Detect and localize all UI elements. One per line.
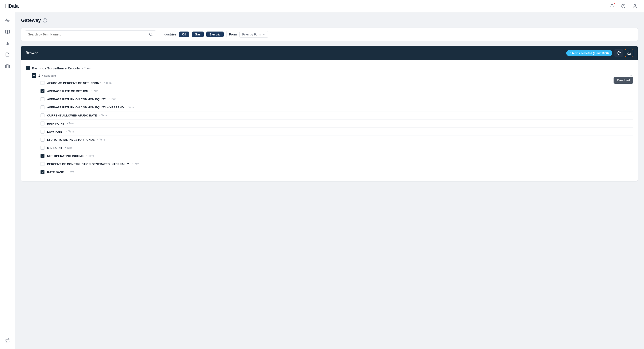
term-list: AFUDC AS PERCENT OF NET INCOME• TermAVER… bbox=[40, 79, 633, 176]
term-item: NET OPERATING INCOME• Term bbox=[40, 152, 633, 160]
filter-tag-gas[interactable]: Gas bbox=[192, 31, 204, 37]
term-checkbox-11[interactable] bbox=[40, 170, 44, 174]
term-checkbox-4[interactable] bbox=[40, 113, 44, 117]
form-label: Form bbox=[229, 33, 237, 36]
logo: HData bbox=[5, 3, 18, 9]
term-type: • Term bbox=[109, 98, 116, 101]
svg-point-8 bbox=[150, 33, 152, 35]
term-item: AVERAGE RETURN ON COMMON EQUITY – YEAREN… bbox=[40, 103, 633, 111]
browse-section: Browse 3 terms selected (Limit 1000) bbox=[21, 45, 638, 182]
term-type: • Term bbox=[66, 171, 74, 174]
term-checkbox-0[interactable] bbox=[40, 81, 44, 85]
filter-tag-electric[interactable]: Electric bbox=[206, 31, 224, 37]
term-checkbox-1[interactable] bbox=[40, 89, 44, 93]
term-type: • Term bbox=[91, 89, 98, 93]
term-name: PERCENT OF CONSTRUCTION GENERATED INTERN… bbox=[47, 162, 129, 166]
term-type: • Term bbox=[67, 122, 74, 125]
terms-selected-badge: 3 terms selected (Limit 1000) bbox=[566, 50, 612, 56]
sidebar-item-analytics[interactable] bbox=[3, 16, 12, 25]
term-name: CURRENT ALLOWED AFUDC RATE bbox=[47, 114, 97, 117]
term-type: • Term bbox=[132, 162, 139, 166]
search-wrapper bbox=[25, 30, 156, 38]
industries-label: Industries bbox=[162, 33, 176, 36]
form-collapse-button[interactable] bbox=[26, 66, 30, 70]
form-dropdown-text: Filter by Form bbox=[242, 33, 261, 36]
term-type: • Term bbox=[100, 114, 107, 117]
term-checkbox-8[interactable] bbox=[40, 146, 44, 150]
term-name: NET OPERATING INCOME bbox=[47, 154, 84, 158]
page-header: Gateway ? bbox=[21, 17, 638, 23]
svg-point-3 bbox=[634, 4, 636, 6]
sidebar-item-transfer[interactable] bbox=[3, 336, 12, 346]
term-type: • Term bbox=[126, 106, 134, 109]
form-filter-dropdown[interactable]: Filter by Form bbox=[240, 31, 268, 38]
sidebar-item-document[interactable] bbox=[3, 50, 12, 59]
svg-line-9 bbox=[152, 35, 152, 36]
schedule-collapse-button[interactable] bbox=[32, 73, 36, 78]
sidebar bbox=[0, 12, 15, 349]
sidebar-item-chart[interactable] bbox=[3, 38, 12, 48]
schedule-group: 1 • Schedule AFUDC AS PERCENT OF NET bbox=[32, 72, 633, 176]
browse-title: Browse bbox=[26, 51, 38, 55]
term-item: MID POINT• Term bbox=[40, 144, 633, 152]
term-name: AVERAGE RETURN ON COMMON EQUITY bbox=[47, 98, 106, 101]
svg-rect-7 bbox=[5, 65, 9, 68]
form-name: Earnings Surveillance Reports bbox=[32, 66, 80, 70]
term-item: RATE BASE• Term bbox=[40, 168, 633, 176]
schedule-chevron-icon[interactable] bbox=[629, 73, 633, 77]
download-button[interactable] bbox=[625, 49, 633, 57]
term-item: HIGH POINT• Term bbox=[40, 120, 633, 128]
help-icon[interactable]: ? bbox=[43, 18, 47, 22]
search-button[interactable] bbox=[149, 32, 153, 36]
term-type: • Term bbox=[86, 154, 94, 157]
term-item: AFUDC AS PERCENT OF NET INCOME• Term bbox=[40, 79, 633, 87]
term-item: AVERAGE RETURN ON COMMON EQUITY• Term bbox=[40, 95, 633, 103]
filter-divider-2 bbox=[226, 31, 226, 37]
term-checkbox-6[interactable] bbox=[40, 130, 44, 134]
term-checkbox-3[interactable] bbox=[40, 105, 44, 109]
schedule-type: • Schedule bbox=[42, 74, 56, 77]
form-group-header: Earnings Surveillance Reports • Form bbox=[26, 64, 633, 72]
term-name: LOW POINT bbox=[47, 130, 64, 133]
browse-content: Download Earnings Surveillance Reports •… bbox=[21, 60, 638, 181]
term-checkbox-7[interactable] bbox=[40, 138, 44, 142]
term-name: HIGH POINT bbox=[47, 122, 64, 125]
term-name: AVERAGE RETURN ON COMMON EQUITY – YEAREN… bbox=[47, 106, 124, 109]
sidebar-item-reports[interactable] bbox=[3, 27, 12, 37]
app-layout: Gateway ? Industries Oil Gas Electric Fo… bbox=[0, 12, 644, 349]
term-name: AVERAGE RATE OF RETURN bbox=[47, 89, 88, 93]
term-name: RATE BASE bbox=[47, 171, 64, 174]
notification-badge bbox=[613, 3, 616, 5]
form-type-badge: • Form bbox=[82, 66, 91, 70]
term-item: LTD TO TOTAL INVESTOR FUNDS• Term bbox=[40, 136, 633, 144]
term-checkbox-10[interactable] bbox=[40, 162, 44, 166]
schedule-header: 1 • Schedule bbox=[32, 72, 633, 79]
main-content: Gateway ? Industries Oil Gas Electric Fo… bbox=[15, 12, 644, 349]
user-avatar-button[interactable] bbox=[631, 2, 639, 10]
term-type: • Term bbox=[98, 138, 105, 141]
filter-divider bbox=[159, 31, 159, 37]
term-name: AFUDC AS PERCENT OF NET INCOME bbox=[47, 81, 102, 85]
term-item: CURRENT ALLOWED AFUDC RATE• Term bbox=[40, 111, 633, 120]
page-title: Gateway bbox=[21, 17, 41, 23]
search-input[interactable] bbox=[28, 33, 147, 36]
info-button[interactable] bbox=[620, 2, 627, 10]
schedule-number: 1 bbox=[38, 74, 40, 77]
term-name: MID POINT bbox=[47, 146, 62, 150]
refresh-button[interactable] bbox=[614, 49, 623, 57]
browse-actions: 3 terms selected (Limit 1000) bbox=[566, 49, 633, 57]
browse-header: Browse 3 terms selected (Limit 1000) bbox=[21, 46, 638, 60]
sidebar-item-briefcase[interactable] bbox=[3, 61, 12, 71]
term-checkbox-5[interactable] bbox=[40, 121, 44, 125]
top-nav: HData bbox=[0, 0, 644, 12]
term-checkbox-9[interactable] bbox=[40, 154, 44, 158]
filter-tag-oil[interactable]: Oil bbox=[179, 31, 189, 37]
search-filter-row: Industries Oil Gas Electric Form Filter … bbox=[21, 27, 638, 41]
term-checkbox-2[interactable] bbox=[40, 97, 44, 101]
notification-button[interactable] bbox=[608, 2, 616, 10]
term-type: • Term bbox=[65, 146, 72, 149]
term-item: LOW POINT• Term bbox=[40, 128, 633, 136]
term-type: • Term bbox=[66, 130, 74, 133]
term-name: LTD TO TOTAL INVESTOR FUNDS bbox=[47, 138, 95, 141]
term-type: • Term bbox=[104, 81, 112, 84]
